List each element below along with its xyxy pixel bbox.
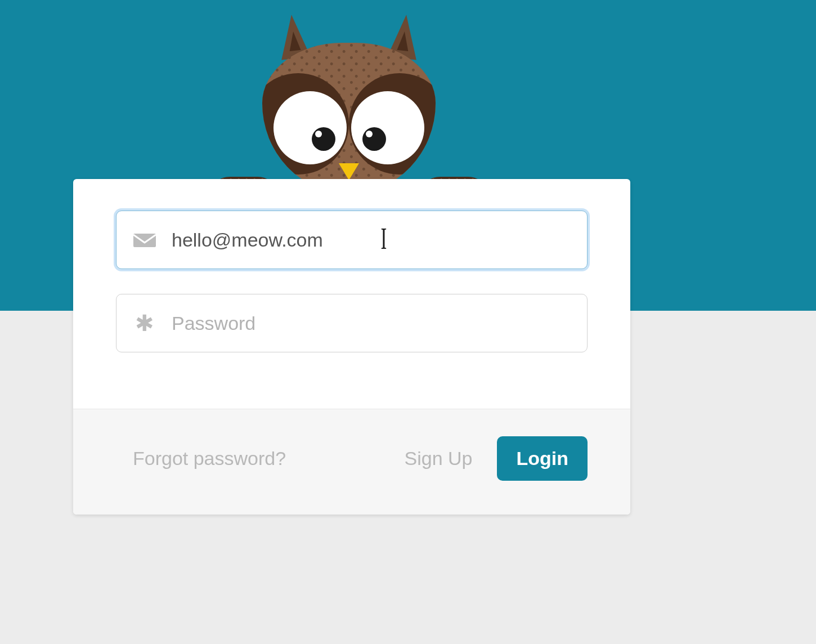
login-page: I ✱ Forgot password? Sign Up Login [0, 0, 816, 644]
email-input[interactable] [157, 211, 571, 269]
asterisk-icon: ✱ [132, 312, 157, 334]
login-button[interactable]: Login [497, 436, 588, 481]
password-field-wrapper[interactable]: ✱ [116, 294, 588, 352]
signup-link[interactable]: Sign Up [405, 448, 473, 469]
forgot-password-link[interactable]: Forgot password? [133, 448, 286, 469]
envelope-icon [132, 231, 157, 248]
login-card-body: I ✱ [73, 179, 630, 409]
login-card: I ✱ Forgot password? Sign Up Login [73, 179, 630, 515]
password-input[interactable] [157, 294, 571, 352]
login-card-footer: Forgot password? Sign Up Login [73, 409, 630, 515]
email-field-wrapper[interactable]: I [116, 211, 588, 269]
